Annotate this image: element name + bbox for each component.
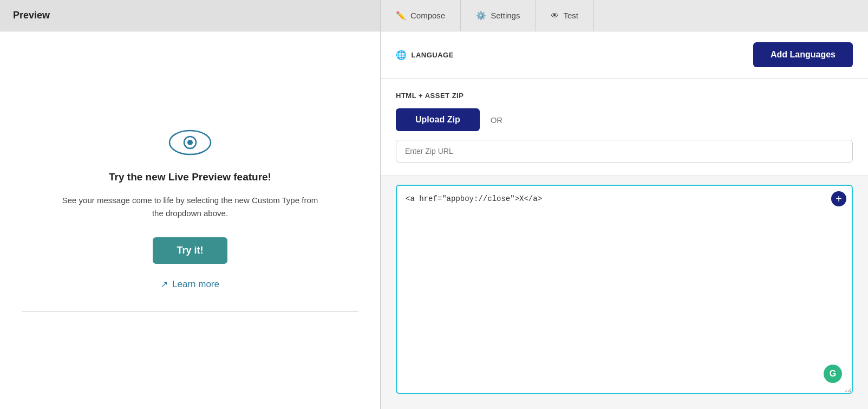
globe-icon: 🌐: [396, 50, 407, 60]
eye-tab-icon: 👁: [551, 11, 559, 20]
or-label: OR: [491, 115, 503, 125]
preview-feature-description: See your message come to life by selecti…: [60, 194, 320, 220]
tab-compose-label: Compose: [410, 11, 445, 20]
upload-zip-button[interactable]: Upload Zip: [396, 108, 480, 131]
tab-settings[interactable]: ⚙️ Settings: [461, 0, 536, 31]
tab-bar: ✏️ Compose ⚙️ Settings 👁 Test: [381, 0, 868, 31]
eye-icon: [168, 129, 212, 158]
try-it-button[interactable]: Try it!: [153, 237, 227, 264]
language-section: 🌐 LANGUAGE Add Languages: [381, 31, 868, 79]
zip-url-input[interactable]: [396, 140, 853, 163]
tab-settings-label: Settings: [491, 11, 520, 20]
resize-handle[interactable]: ⌟: [844, 385, 852, 393]
code-editor[interactable]: <a href="appboy://close">X</a>: [396, 185, 853, 394]
left-preview-panel: Try the new Live Preview feature! See yo…: [0, 31, 381, 409]
upload-row: Upload Zip OR: [396, 108, 853, 131]
right-panel: 🌐 LANGUAGE Add Languages HTML + ASSET ZI…: [381, 31, 868, 409]
language-label-row: 🌐 LANGUAGE: [396, 50, 454, 60]
tab-test-label: Test: [563, 11, 578, 20]
code-editor-wrapper: <a href="appboy://close">X</a> + G ⌟: [381, 176, 868, 409]
top-bar: Preview ✏️ Compose ⚙️ Settings 👁 Test: [0, 0, 868, 31]
asset-section: HTML + ASSET ZIP Upload Zip OR: [381, 79, 868, 176]
tab-test[interactable]: 👁 Test: [536, 0, 594, 31]
asset-section-title: HTML + ASSET ZIP: [396, 92, 853, 100]
code-plus-button[interactable]: +: [831, 191, 846, 206]
panel-divider: [22, 311, 358, 312]
learn-more-link[interactable]: ↗ Learn more: [161, 279, 219, 290]
main-content: Try the new Live Preview feature! See yo…: [0, 31, 868, 409]
external-link-icon: ↗: [161, 279, 168, 289]
learn-more-label: Learn more: [172, 279, 219, 290]
gear-icon: ⚙️: [476, 11, 486, 21]
add-languages-button[interactable]: Add Languages: [753, 42, 853, 67]
tab-compose[interactable]: ✏️ Compose: [381, 0, 461, 31]
code-editor-container: <a href="appboy://close">X</a> + G ⌟: [396, 185, 853, 394]
grammarly-badge: G: [824, 365, 842, 383]
language-label-text: LANGUAGE: [412, 51, 454, 59]
svg-point-2: [187, 140, 193, 145]
pencil-icon: ✏️: [396, 11, 406, 21]
preview-title: Preview: [13, 10, 50, 21]
preview-feature-title: Try the new Live Preview feature!: [109, 171, 271, 183]
preview-panel-header: Preview: [0, 0, 381, 31]
